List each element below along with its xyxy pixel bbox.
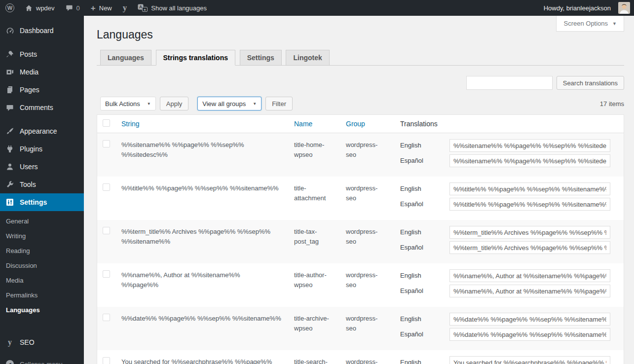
sidebar-item-label: SEO <box>20 338 35 346</box>
sidebar-item-comments[interactable]: Comments <box>0 99 84 116</box>
name-cell: title-search- wpseo <box>294 356 346 364</box>
string-cell: %%term_title%% Archives %%page%% %%sep%%… <box>121 226 294 256</box>
language-label: English <box>400 313 449 326</box>
tab-settings[interactable]: Settings <box>240 50 282 66</box>
collapse-menu-label: Collapse menu <box>20 361 63 364</box>
languages-filter-menu[interactable]: A★ Show all languages <box>132 0 212 16</box>
sidebar-item-dashboard[interactable]: Dashboard <box>0 22 84 39</box>
translation-input[interactable] <box>449 269 610 282</box>
row-checkbox[interactable] <box>103 227 110 234</box>
string-cell: %%title%% %%page%% %%sep%% %%sitename%% <box>121 182 294 213</box>
new-label: New <box>99 4 112 12</box>
sidebar-item-pages[interactable]: Pages <box>0 81 84 99</box>
translation-input[interactable] <box>449 139 610 152</box>
search-translations-button[interactable]: Search translations <box>557 76 624 90</box>
column-header-string[interactable]: String <box>121 120 140 128</box>
sidebar-item-plugins[interactable]: Plugins <box>0 140 84 158</box>
sidebar-item-seo[interactable]: y SEO <box>0 333 84 351</box>
submenu-item-general[interactable]: General <box>0 214 84 229</box>
column-header-translations: Translations <box>400 120 624 128</box>
comments-menu[interactable]: 0 <box>60 0 85 16</box>
comment-bubble-icon <box>66 4 73 11</box>
search-input[interactable] <box>466 76 553 90</box>
select-all-checkbox[interactable] <box>103 119 110 127</box>
howdy-label: Howdy, brianleejackson <box>544 4 611 12</box>
tab-strings-translations[interactable]: Strings translations <box>156 50 235 66</box>
chevron-down-icon: ▼ <box>147 102 151 106</box>
translation-input[interactable] <box>449 182 610 195</box>
translation-input[interactable] <box>449 226 610 239</box>
translate-icon: A★ <box>138 4 148 12</box>
group-cell: wordpress- seo <box>346 226 400 256</box>
name-cell: title-home- wpseo <box>294 139 346 170</box>
submenu-item-reading[interactable]: Reading <box>0 244 84 258</box>
show-all-languages-label: Show all languages <box>151 4 207 12</box>
account-menu[interactable]: Howdy, brianleejackson <box>538 0 630 16</box>
column-header-group[interactable]: Group <box>346 120 365 128</box>
language-label: English <box>400 356 449 364</box>
sidebar-item-appearance[interactable]: Appearance <box>0 122 84 140</box>
translation-input[interactable] <box>449 285 610 297</box>
items-count: 17 items <box>600 100 624 108</box>
sidebar-item-media[interactable]: Media <box>0 63 84 81</box>
site-menu[interactable]: wpdev <box>20 0 60 16</box>
svg-text:A: A <box>139 4 142 9</box>
row-checkbox[interactable] <box>103 314 110 321</box>
sidebar-item-label: Media <box>20 68 38 76</box>
sidebar-item-label: Posts <box>20 50 37 58</box>
translation-input[interactable] <box>449 328 610 341</box>
user-icon <box>5 163 15 171</box>
bulk-actions-label: Bulk Actions <box>105 100 140 108</box>
sidebar-item-users[interactable]: Users <box>0 158 84 176</box>
sidebar-item-label: Users <box>20 163 38 171</box>
sidebar-item-settings[interactable]: Settings <box>0 193 84 211</box>
string-cell: %%date%% %%page%% %%sep%% %%sitename%% <box>121 313 294 343</box>
apply-button[interactable]: Apply <box>160 97 189 110</box>
submenu-item-media[interactable]: Media <box>0 273 84 288</box>
dashboard-icon <box>5 27 15 35</box>
submenu-item-languages[interactable]: Languages <box>0 303 84 318</box>
tab-languages[interactable]: Languages <box>100 50 151 66</box>
row-checkbox[interactable] <box>103 140 110 147</box>
column-header-name[interactable]: Name <box>294 120 312 128</box>
plug-icon <box>5 145 15 153</box>
string-cell: %%sitename%% %%page%% %%sep%% %%sitedesc… <box>121 139 294 170</box>
sidebar-item-label: Plugins <box>20 145 42 153</box>
collapse-menu-button[interactable]: ◀ Collapse menu <box>0 355 84 364</box>
new-content-menu[interactable]: + New <box>85 0 117 16</box>
bulk-actions-select[interactable]: Bulk Actions ▼ <box>100 97 156 110</box>
table-row: %%title%% %%page%% %%sep%% %%sitename%% … <box>97 177 624 220</box>
settings-submenu: General Writing Reading Discussion Media… <box>0 211 84 322</box>
screen-options-button[interactable]: Screen Options ▼ <box>556 16 624 32</box>
translation-input[interactable] <box>449 198 610 211</box>
tab-lingotek[interactable]: Lingotek <box>286 50 329 66</box>
wordpress-logo-menu[interactable]: W <box>0 0 20 16</box>
row-checkbox[interactable] <box>103 357 110 364</box>
filter-button[interactable]: Filter <box>265 97 293 110</box>
translation-input[interactable] <box>449 356 610 364</box>
yoast-seo-menu[interactable]: y <box>117 0 133 16</box>
site-name: wpdev <box>36 4 55 12</box>
page-title: Languages <box>97 16 624 42</box>
sidebar-item-tools[interactable]: Tools <box>0 176 84 193</box>
sidebar-item-label: Settings <box>20 198 47 206</box>
row-checkbox[interactable] <box>103 183 110 191</box>
name-cell: title-author- wpseo <box>294 269 346 300</box>
translation-input[interactable] <box>449 241 610 254</box>
collapse-arrow-icon: ◀ <box>5 360 15 364</box>
admin-sidebar: Dashboard Posts Media Pages Comments App… <box>0 16 84 364</box>
view-groups-select[interactable]: View all groups ▼ <box>197 97 261 110</box>
string-cell: %%name%%, Author at %%sitename%% %%page%… <box>121 269 294 300</box>
submenu-item-discussion[interactable]: Discussion <box>0 258 84 273</box>
sidebar-item-label: Tools <box>20 181 36 188</box>
sidebar-item-posts[interactable]: Posts <box>0 45 84 63</box>
language-label: English <box>400 226 449 239</box>
translation-input[interactable] <box>449 154 610 167</box>
translation-input[interactable] <box>449 313 610 326</box>
chevron-down-icon: ▼ <box>612 21 617 26</box>
submenu-item-permalinks[interactable]: Permalinks <box>0 288 84 303</box>
media-icon <box>5 68 15 76</box>
language-label: Español <box>400 328 449 341</box>
submenu-item-writing[interactable]: Writing <box>0 229 84 244</box>
row-checkbox[interactable] <box>103 270 110 278</box>
